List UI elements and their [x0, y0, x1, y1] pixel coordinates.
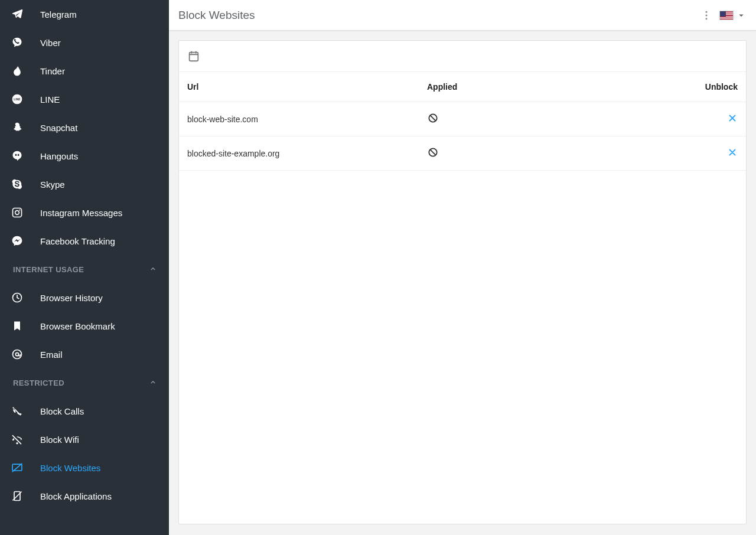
sidebar-section-title: RESTRICTED [13, 379, 64, 387]
table-row: blocked-site-example.org [179, 136, 746, 171]
hangouts-icon [11, 149, 24, 162]
unblock-button[interactable] [690, 113, 738, 125]
flag-us-icon [719, 11, 734, 20]
block-calls-icon [11, 404, 24, 417]
sidebar-item-tinder[interactable]: Tinder [0, 57, 169, 85]
sidebar-item-label: Instagram Messages [40, 208, 122, 218]
table-header: Url Applied Unblock [179, 71, 746, 102]
sidebar-item-label: Block Websites [40, 463, 100, 473]
sidebar-item-skype[interactable]: Skype [0, 170, 169, 198]
at-icon [11, 348, 24, 361]
sidebar-item-label: Viber [40, 38, 61, 48]
sidebar-item-label: Browser History [40, 293, 103, 303]
applied-status [427, 112, 690, 126]
sidebar-item-label: Telegram [40, 9, 77, 19]
sidebar-item-line[interactable]: LINE [0, 85, 169, 113]
line-icon [11, 93, 24, 106]
chevron-up-icon [148, 263, 158, 276]
sidebar-item-viber[interactable]: Viber [0, 28, 169, 57]
block-wifi-icon [11, 433, 24, 446]
main-area: Block Websites Url Applied Unblock block… [169, 0, 756, 535]
sidebar-item-label: Email [40, 350, 63, 360]
sidebar-item-instagram-messages[interactable]: Instagram Messages [0, 198, 169, 227]
clock-icon [11, 291, 24, 304]
snapchat-icon [11, 121, 24, 134]
sidebar-item-label: Block Applications [40, 491, 112, 501]
close-icon [727, 147, 738, 159]
messenger-icon [11, 234, 24, 247]
sidebar-item-browser-bookmark[interactable]: Browser Bookmark [0, 312, 169, 340]
viber-icon [11, 36, 24, 49]
sidebar-item-block-applications[interactable]: Block Applications [0, 482, 169, 510]
tinder-icon [11, 64, 24, 77]
cell-url: block-web-site.com [187, 115, 427, 124]
calendar-button[interactable] [187, 50, 200, 63]
table-row: block-web-site.com [179, 102, 746, 136]
sidebar-item-block-calls[interactable]: Block Calls [0, 397, 169, 425]
sidebar-item-label: Tinder [40, 66, 65, 76]
blocked-websites-card: Url Applied Unblock block-web-site.com b… [178, 40, 747, 524]
sidebar-item-label: Skype [40, 180, 65, 190]
sidebar-item-label: Block Calls [40, 406, 84, 416]
skype-icon [11, 178, 24, 191]
sidebar-item-label: Snapchat [40, 123, 77, 133]
more-options-button[interactable] [700, 9, 712, 21]
sidebar-item-label: Browser Bookmark [40, 321, 115, 331]
applied-status [427, 146, 690, 160]
ban-icon [427, 112, 439, 126]
sidebar-item-email[interactable]: Email [0, 340, 169, 368]
block-websites-icon [11, 461, 24, 474]
sidebar-section-restricted[interactable]: RESTRICTED [0, 368, 169, 397]
sidebar-item-browser-history[interactable]: Browser History [0, 283, 169, 312]
sidebar-item-hangouts[interactable]: Hangouts [0, 142, 169, 170]
column-header-url: Url [187, 82, 427, 92]
bookmark-icon [11, 319, 24, 332]
sidebar: Telegram Viber Tinder LINE Snapchat Hang… [0, 0, 169, 535]
language-dropdown[interactable] [736, 10, 747, 21]
sidebar-item-block-wifi[interactable]: Block Wifi [0, 425, 169, 454]
sidebar-item-block-websites[interactable]: Block Websites [0, 454, 169, 482]
page-title: Block Websites [178, 9, 255, 22]
sidebar-item-label: LINE [40, 94, 60, 105]
column-header-applied: Applied [427, 82, 690, 92]
content-area: Url Applied Unblock block-web-site.com b… [169, 31, 756, 535]
block-applications-icon [11, 490, 24, 503]
instagram-icon [11, 206, 24, 219]
sidebar-item-label: Facebook Tracking [40, 236, 115, 246]
unblock-button[interactable] [690, 147, 738, 159]
sidebar-item-telegram[interactable]: Telegram [0, 0, 169, 28]
sidebar-section-title: INTERNET USAGE [13, 265, 84, 274]
sidebar-item-snapchat[interactable]: Snapchat [0, 113, 169, 142]
sidebar-item-label: Hangouts [40, 151, 78, 161]
telegram-icon [11, 8, 24, 21]
sidebar-item-facebook-tracking[interactable]: Facebook Tracking [0, 227, 169, 255]
ban-icon [427, 146, 439, 160]
topbar: Block Websites [169, 0, 756, 31]
cell-url: blocked-site-example.org [187, 149, 427, 158]
card-toolbar [179, 41, 746, 71]
chevron-up-icon [148, 377, 158, 389]
sidebar-section-internet-usage[interactable]: INTERNET USAGE [0, 255, 169, 283]
column-header-unblock: Unblock [690, 82, 738, 92]
sidebar-item-label: Block Wifi [40, 435, 79, 445]
close-icon [727, 113, 738, 125]
